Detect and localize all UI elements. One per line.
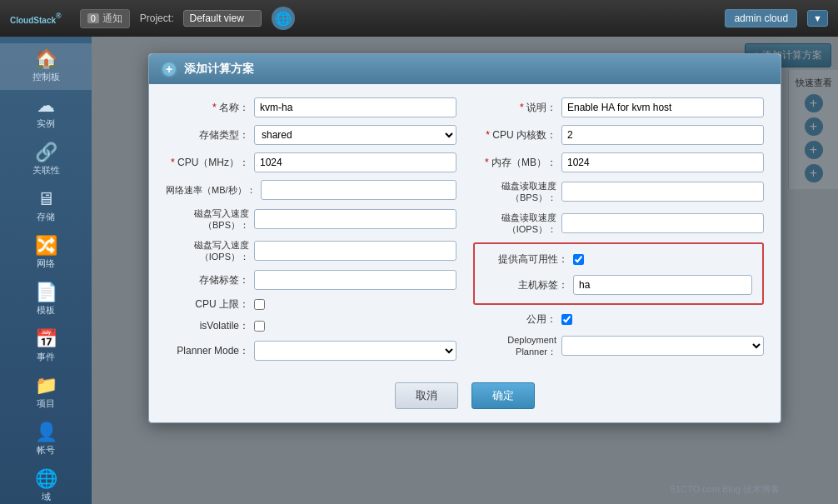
sidebar-item-templates[interactable]: 📄 模板: [0, 277, 92, 323]
memory-mb-row: 内存（MB）：: [473, 152, 764, 172]
sidebar-item-domains[interactable]: 🌐 域: [0, 463, 92, 504]
cpu-cores-input[interactable]: [561, 125, 764, 145]
cancel-button[interactable]: 取消: [395, 382, 458, 409]
instances-icon: ☁: [37, 97, 55, 115]
disk-write-iops-row: 磁盘写入速度（IOPS）：: [166, 239, 456, 263]
network-speed-row: 网络速率（MB/秒）：: [166, 180, 456, 200]
cpu-cap-label: CPU 上限：: [166, 297, 249, 312]
public-row: 公用：: [473, 312, 764, 327]
disk-write-iops-input[interactable]: [254, 241, 456, 261]
cpu-mhz-label: CPU（MHz）：: [166, 156, 249, 170]
name-label: 名称：: [166, 101, 249, 115]
domains-icon: 🌐: [35, 470, 57, 488]
notif-count: 0: [87, 13, 99, 23]
storage-type-label: 存储类型：: [166, 128, 249, 142]
content-area: + 添加计算方案 快速查看 + + + + + 添加计算方案: [92, 37, 838, 504]
sidebar-label-affinity: 关联性: [32, 164, 60, 177]
ha-highlight-box: 提供高可用性： 主机标签：: [473, 242, 764, 305]
memory-mb-label: 内存（MB）：: [473, 156, 556, 170]
storage-tags-row: 存储标签：: [166, 270, 456, 290]
desc-input[interactable]: [561, 97, 764, 117]
cpu-cap-checkbox[interactable]: [254, 299, 265, 310]
disk-read-iops-input[interactable]: [561, 213, 764, 233]
disk-write-bps-label: 磁盘写入速度（BPS）：: [166, 207, 249, 232]
deployment-planner-label: DeploymentPlanner：: [473, 334, 556, 358]
user-menu-arrow[interactable]: ▼: [807, 10, 828, 27]
logo: CloudStack®: [10, 12, 62, 26]
public-label: 公用：: [473, 312, 556, 327]
is-volatile-checkbox[interactable]: [254, 321, 265, 332]
sidebar-item-projects[interactable]: 📁 项目: [0, 370, 92, 417]
sidebar-label-accounts: 帐号: [37, 444, 55, 457]
is-volatile-row: isVolatile：: [166, 319, 456, 333]
name-input[interactable]: [254, 97, 456, 117]
deployment-planner-row: DeploymentPlanner：: [473, 334, 764, 358]
ha-row: 提供高可用性：: [485, 252, 752, 267]
storage-tags-label: 存储标签：: [166, 273, 249, 287]
cpu-cores-label: CPU 内核数：: [473, 128, 556, 142]
templates-icon: 📄: [35, 283, 57, 302]
modal-header-icon: +: [161, 61, 177, 77]
disk-write-bps-input[interactable]: [254, 209, 456, 229]
modal-body: 名称： 存储类型： shared local: [149, 84, 781, 374]
is-volatile-label: isVolatile：: [166, 319, 249, 333]
disk-write-bps-row: 磁盘写入速度（BPS）：: [166, 207, 456, 232]
disk-write-iops-label: 磁盘写入速度（IOPS）：: [166, 239, 249, 263]
network-speed-input[interactable]: [261, 180, 456, 200]
host-tags-label: 主机标签：: [485, 278, 568, 292]
storage-tags-input[interactable]: [254, 270, 456, 290]
watermark: 51CTO.com Blog 技术博客: [671, 483, 780, 496]
cpu-cores-row: CPU 内核数：: [473, 125, 764, 145]
topbar: CloudStack® 0 通知 Project: Default view 🌐…: [0, 0, 838, 37]
sidebar-item-network[interactable]: 🔀 网络: [0, 230, 92, 277]
storage-type-row: 存储类型： shared local: [166, 125, 456, 145]
main-layout: 🏠 控制板 ☁ 实例 🔗 关联性 🖥 存储 🔀 网络 📄 模板 📅 事件 📁: [0, 37, 838, 504]
user-menu-button[interactable]: admin cloud: [725, 9, 797, 27]
modal-header: + 添加计算方案: [149, 54, 781, 84]
sidebar-item-dashboard[interactable]: 🏠 控制板: [0, 43, 92, 90]
sidebar-item-affinity[interactable]: 🔗 关联性: [0, 137, 92, 183]
sidebar-label-instances: 实例: [37, 117, 55, 130]
sidebar-item-storage[interactable]: 🖥 存储: [0, 183, 92, 230]
notification-button[interactable]: 0 通知: [80, 9, 130, 28]
storage-type-select[interactable]: shared local: [254, 125, 456, 145]
ha-checkbox[interactable]: [573, 254, 584, 265]
sidebar-label-dashboard: 控制板: [32, 71, 60, 83]
notif-label: 通知: [102, 12, 122, 26]
sidebar-label-domains: 域: [42, 491, 51, 503]
ha-label: 提供高可用性：: [485, 252, 568, 267]
disk-read-bps-input[interactable]: [561, 182, 764, 202]
network-speed-label: 网络速率（MB/秒）：: [166, 184, 256, 197]
sidebar-item-instances[interactable]: ☁ 实例: [0, 90, 92, 137]
sidebar-label-events: 事件: [37, 351, 55, 363]
host-tags-row: 主机标签：: [485, 275, 752, 295]
sidebar: 🏠 控制板 ☁ 实例 🔗 关联性 🖥 存储 🔀 网络 📄 模板 📅 事件 📁: [0, 37, 92, 504]
modal-footer: 取消 确定: [149, 374, 781, 422]
desc-label: 说明：: [473, 101, 556, 115]
project-label: Project:: [140, 12, 174, 24]
accounts-icon: 👤: [35, 423, 57, 442]
planner-mode-select[interactable]: [254, 341, 456, 361]
dashboard-icon: 🏠: [35, 50, 57, 68]
project-select[interactable]: Default view: [183, 10, 262, 27]
modal-title: 添加计算方案: [184, 62, 254, 77]
host-tags-input[interactable]: [573, 275, 752, 295]
add-compute-offering-modal: + 添加计算方案 名称： 存储类型：: [148, 53, 781, 423]
modal-overlay: + 添加计算方案 名称： 存储类型：: [92, 37, 838, 504]
sidebar-label-templates: 模板: [37, 304, 55, 317]
memory-mb-input[interactable]: [561, 152, 764, 172]
disk-read-bps-label: 磁盘读取速度（BPS）：: [473, 180, 556, 204]
affinity-icon: 🔗: [35, 143, 57, 162]
deployment-planner-select[interactable]: [561, 336, 764, 356]
disk-read-bps-row: 磁盘读取速度（BPS）：: [473, 180, 764, 204]
globe-icon[interactable]: 🌐: [272, 7, 295, 30]
projects-icon: 📁: [35, 377, 57, 395]
cpu-mhz-row: CPU（MHz）：: [166, 152, 456, 172]
sidebar-label-projects: 项目: [37, 397, 55, 410]
confirm-button[interactable]: 确定: [471, 382, 535, 409]
sidebar-item-events[interactable]: 📅 事件: [0, 323, 92, 370]
sidebar-item-accounts[interactable]: 👤 帐号: [0, 417, 92, 463]
public-checkbox[interactable]: [561, 314, 572, 325]
cpu-mhz-input[interactable]: [254, 152, 456, 172]
storage-icon: 🖥: [37, 190, 55, 208]
